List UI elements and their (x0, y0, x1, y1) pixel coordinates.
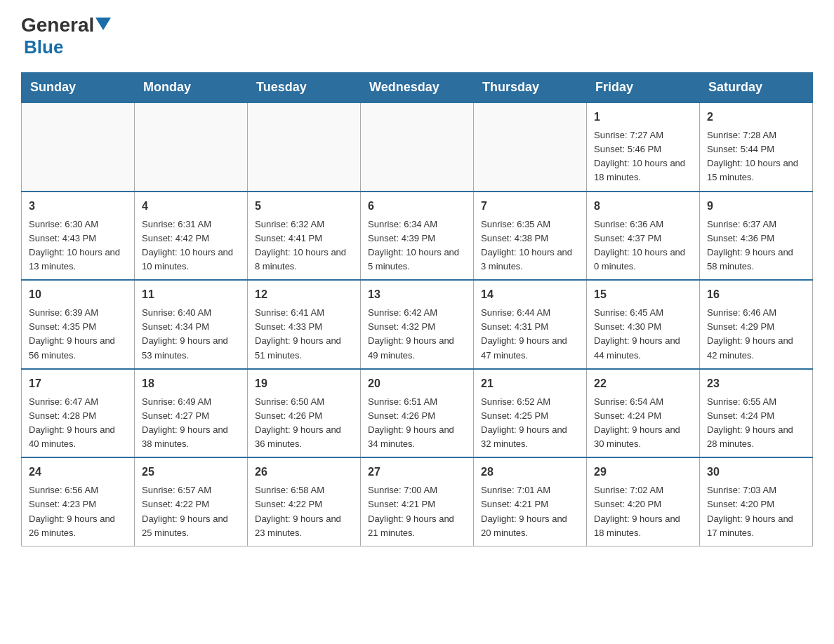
day-number: 14 (481, 286, 579, 303)
day-number: 7 (481, 198, 579, 215)
calendar-table: SundayMondayTuesdayWednesdayThursdayFrid… (21, 72, 813, 546)
weekday-header-friday: Friday (587, 73, 700, 103)
calendar-cell (22, 102, 135, 192)
day-info: Sunrise: 6:54 AM Sunset: 4:24 PM Dayligh… (594, 395, 692, 452)
day-number: 17 (29, 375, 127, 392)
day-info: Sunrise: 6:39 AM Sunset: 4:35 PM Dayligh… (29, 306, 127, 363)
day-number: 19 (255, 375, 353, 392)
day-number: 18 (142, 375, 240, 392)
calendar-cell: 29Sunrise: 7:02 AM Sunset: 4:20 PM Dayli… (587, 457, 700, 546)
weekday-header-saturday: Saturday (700, 73, 813, 103)
day-number: 16 (707, 286, 805, 303)
day-info: Sunrise: 7:03 AM Sunset: 4:20 PM Dayligh… (707, 483, 805, 540)
weekday-header-tuesday: Tuesday (248, 73, 361, 103)
week-row-4: 17Sunrise: 6:47 AM Sunset: 4:28 PM Dayli… (22, 369, 813, 458)
calendar-cell: 1Sunrise: 7:27 AM Sunset: 5:46 PM Daylig… (587, 102, 700, 192)
calendar-cell: 22Sunrise: 6:54 AM Sunset: 4:24 PM Dayli… (587, 369, 700, 458)
calendar-cell: 21Sunrise: 6:52 AM Sunset: 4:25 PM Dayli… (474, 369, 587, 458)
calendar-cell: 4Sunrise: 6:31 AM Sunset: 4:42 PM Daylig… (135, 192, 248, 281)
day-info: Sunrise: 6:52 AM Sunset: 4:25 PM Dayligh… (481, 395, 579, 452)
day-info: Sunrise: 6:35 AM Sunset: 4:38 PM Dayligh… (481, 217, 579, 274)
calendar-cell: 2Sunrise: 7:28 AM Sunset: 5:44 PM Daylig… (700, 102, 813, 192)
day-number: 9 (707, 198, 805, 215)
week-row-1: 1Sunrise: 7:27 AM Sunset: 5:46 PM Daylig… (22, 102, 813, 192)
day-number: 8 (594, 198, 692, 215)
day-number: 27 (368, 464, 466, 481)
day-number: 30 (707, 464, 805, 481)
day-info: Sunrise: 6:31 AM Sunset: 4:42 PM Dayligh… (142, 217, 240, 274)
day-info: Sunrise: 6:41 AM Sunset: 4:33 PM Dayligh… (255, 306, 353, 363)
day-number: 15 (594, 286, 692, 303)
calendar-cell: 17Sunrise: 6:47 AM Sunset: 4:28 PM Dayli… (22, 369, 135, 458)
weekday-header-wednesday: Wednesday (361, 73, 474, 103)
calendar-cell: 6Sunrise: 6:34 AM Sunset: 4:39 PM Daylig… (361, 192, 474, 281)
day-info: Sunrise: 6:44 AM Sunset: 4:31 PM Dayligh… (481, 306, 579, 363)
day-number: 1 (594, 109, 692, 126)
day-number: 22 (594, 375, 692, 392)
calendar-cell: 5Sunrise: 6:32 AM Sunset: 4:41 PM Daylig… (248, 192, 361, 281)
logo-main-text: General (21, 14, 94, 36)
day-info: Sunrise: 6:55 AM Sunset: 4:24 PM Dayligh… (707, 395, 805, 452)
calendar-cell: 28Sunrise: 7:01 AM Sunset: 4:21 PM Dayli… (474, 457, 587, 546)
calendar-cell: 16Sunrise: 6:46 AM Sunset: 4:29 PM Dayli… (700, 280, 813, 369)
calendar-cell: 23Sunrise: 6:55 AM Sunset: 4:24 PM Dayli… (700, 369, 813, 458)
calendar-cell: 12Sunrise: 6:41 AM Sunset: 4:33 PM Dayli… (248, 280, 361, 369)
calendar-cell: 20Sunrise: 6:51 AM Sunset: 4:26 PM Dayli… (361, 369, 474, 458)
calendar-cell: 19Sunrise: 6:50 AM Sunset: 4:26 PM Dayli… (248, 369, 361, 458)
day-number: 10 (29, 286, 127, 303)
calendar-cell: 15Sunrise: 6:45 AM Sunset: 4:30 PM Dayli… (587, 280, 700, 369)
calendar-cell: 8Sunrise: 6:36 AM Sunset: 4:37 PM Daylig… (587, 192, 700, 281)
svg-marker-0 (95, 18, 111, 30)
day-info: Sunrise: 6:34 AM Sunset: 4:39 PM Dayligh… (368, 217, 466, 274)
day-info: Sunrise: 6:50 AM Sunset: 4:26 PM Dayligh… (255, 395, 353, 452)
calendar-cell (361, 102, 474, 192)
calendar-cell: 9Sunrise: 6:37 AM Sunset: 4:36 PM Daylig… (700, 192, 813, 281)
day-number: 13 (368, 286, 466, 303)
day-number: 12 (255, 286, 353, 303)
day-info: Sunrise: 6:36 AM Sunset: 4:37 PM Dayligh… (594, 217, 692, 274)
day-info: Sunrise: 6:45 AM Sunset: 4:30 PM Dayligh… (594, 306, 692, 363)
day-number: 20 (368, 375, 466, 392)
calendar-cell: 13Sunrise: 6:42 AM Sunset: 4:32 PM Dayli… (361, 280, 474, 369)
calendar-cell: 24Sunrise: 6:56 AM Sunset: 4:23 PM Dayli… (22, 457, 135, 546)
week-row-2: 3Sunrise: 6:30 AM Sunset: 4:43 PM Daylig… (22, 192, 813, 281)
week-row-5: 24Sunrise: 6:56 AM Sunset: 4:23 PM Dayli… (22, 457, 813, 546)
day-number: 5 (255, 198, 353, 215)
logo: General Blue (21, 14, 111, 58)
day-info: Sunrise: 7:00 AM Sunset: 4:21 PM Dayligh… (368, 483, 466, 540)
logo-triangle-icon (95, 18, 111, 30)
calendar-cell: 14Sunrise: 6:44 AM Sunset: 4:31 PM Dayli… (474, 280, 587, 369)
weekday-header-thursday: Thursday (474, 73, 587, 103)
day-number: 2 (707, 109, 805, 126)
calendar-cell: 25Sunrise: 6:57 AM Sunset: 4:22 PM Dayli… (135, 457, 248, 546)
page-header: General Blue (21, 14, 813, 58)
day-info: Sunrise: 6:47 AM Sunset: 4:28 PM Dayligh… (29, 395, 127, 452)
day-info: Sunrise: 6:49 AM Sunset: 4:27 PM Dayligh… (142, 395, 240, 452)
calendar-header-row: SundayMondayTuesdayWednesdayThursdayFrid… (22, 73, 813, 103)
calendar-cell (474, 102, 587, 192)
weekday-header-monday: Monday (135, 73, 248, 103)
day-info: Sunrise: 6:57 AM Sunset: 4:22 PM Dayligh… (142, 483, 240, 540)
calendar-cell: 26Sunrise: 6:58 AM Sunset: 4:22 PM Dayli… (248, 457, 361, 546)
day-number: 29 (594, 464, 692, 481)
calendar-cell (248, 102, 361, 192)
weekday-header-sunday: Sunday (22, 73, 135, 103)
day-number: 21 (481, 375, 579, 392)
day-number: 4 (142, 198, 240, 215)
calendar-cell: 30Sunrise: 7:03 AM Sunset: 4:20 PM Dayli… (700, 457, 813, 546)
day-info: Sunrise: 6:51 AM Sunset: 4:26 PM Dayligh… (368, 395, 466, 452)
day-info: Sunrise: 7:01 AM Sunset: 4:21 PM Dayligh… (481, 483, 579, 540)
day-number: 25 (142, 464, 240, 481)
day-info: Sunrise: 6:30 AM Sunset: 4:43 PM Dayligh… (29, 217, 127, 274)
calendar-cell: 18Sunrise: 6:49 AM Sunset: 4:27 PM Dayli… (135, 369, 248, 458)
day-number: 24 (29, 464, 127, 481)
day-number: 26 (255, 464, 353, 481)
calendar-cell: 11Sunrise: 6:40 AM Sunset: 4:34 PM Dayli… (135, 280, 248, 369)
day-number: 28 (481, 464, 579, 481)
day-number: 6 (368, 198, 466, 215)
day-info: Sunrise: 6:58 AM Sunset: 4:22 PM Dayligh… (255, 483, 353, 540)
day-info: Sunrise: 7:02 AM Sunset: 4:20 PM Dayligh… (594, 483, 692, 540)
day-info: Sunrise: 7:27 AM Sunset: 5:46 PM Dayligh… (594, 128, 692, 185)
day-info: Sunrise: 6:56 AM Sunset: 4:23 PM Dayligh… (29, 483, 127, 540)
day-info: Sunrise: 6:42 AM Sunset: 4:32 PM Dayligh… (368, 306, 466, 363)
